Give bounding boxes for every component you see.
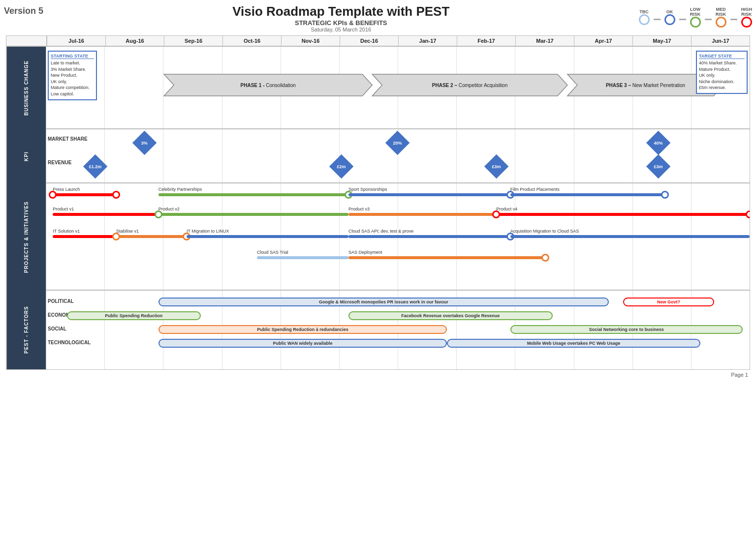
kpi-diamond-1-2: £3m [485,156,507,178]
page: Version 5 Visio Roadmap Template with PE… [0,0,756,538]
pest-bar-3-1: Mobile Web Usage overtakes PC Web Usage [447,339,700,348]
projects-label: PROJECTS & INITIATIVES [6,183,46,291]
month-header-9: Apr-17 [574,36,632,46]
pest-bar-text-3-0: Public WAN widely available [270,341,335,346]
pest-bar-2-0: Public Spending Reduction à redundancies [158,325,447,334]
grid-line-9 [574,129,574,182]
legend-connector-4 [730,19,737,20]
proj-end-circle-7 [746,210,750,218]
target-state-content: 40% Market Share.Mature Product.UK only.… [699,60,745,91]
proj-bar-6 [348,213,496,216]
grid-line-3 [222,129,222,182]
kpi-diamond-value-0-1: 20% [393,141,402,146]
proj-label-3: Film Product Placements [510,187,560,192]
pest-bar-1-0: Public Spending Reduction [67,311,201,320]
header: Version 5 Visio Roadmap Template with PE… [4,4,752,32]
main-content: Jul-16Aug-16Sep-16Oct-16Nov-16Dec-16Jan-… [6,35,750,370]
proj-label-10: IT Migration to LINUX [187,229,229,234]
pest-bar-0-0: Google & Microsoft monopolies PR issues … [158,298,609,306]
legend-low-risk: LOWRISK [690,7,701,28]
tbc-circle [639,14,650,25]
proj-start-circle-5 [155,210,162,218]
proj-start-circle-0 [49,191,57,199]
target-state-title: TARGET STATE [699,54,745,59]
main-title: Visio Roadmap Template with PEST [43,4,638,19]
month-header-6: Jan-17 [398,36,457,46]
proj-label-9: Stabilise v1 [116,229,139,234]
proj-start-circle-7 [492,210,500,218]
pest-bar-text-1-1: Facebook Revenue overtakes Google Revenu… [398,313,503,318]
kpi-row: KPI MARKET SHARE3%20%40%REVENUE£1.2m£2m£… [6,129,750,183]
kpi-diamond-1-0: £1.2m [84,156,106,178]
proj-label-6: Product v3 [348,207,370,211]
grid-line-0 [46,183,46,290]
grid-line-10 [632,129,633,182]
business-change-content: STARTING STATE Late to market.3% Market … [46,47,750,128]
month-header-10: May-17 [632,36,691,46]
pest-bar-text-1-0: Public Spending Reduction [102,313,165,318]
proj-bar-13 [257,256,348,259]
grid-line-11 [691,129,692,182]
page-footer: Page 1 [4,370,752,379]
month-header-4: Nov-16 [281,36,340,46]
kpi-row-label-0: MARKET SHARE [48,136,88,142]
proj-label-13: Cloud SAS Trial [257,250,288,255]
month-header-5: Dec-16 [340,36,398,46]
phase-label-0: PHASE 1 - Consolidation [241,83,296,88]
title-block: Visio Roadmap Template with PEST STRATEG… [43,4,638,32]
pest-row-label-0: POLITICAL [48,299,74,304]
proj-bar-0 [53,193,116,196]
month-header-0: Jul-16 [47,36,105,46]
proj-label-11: Cloud SAS API; dev, test & prove [348,229,413,234]
month-header-11: Jun-17 [691,36,750,46]
date: Saturday, 05 March 2016 [43,27,638,32]
proj-bar-1 [158,193,348,196]
business-change-row: BUSINESS CHANGE STARTING STATE Late to m… [6,47,750,129]
proj-bar-12 [510,235,750,238]
grid-line-4 [281,129,281,182]
grid-line-0 [46,47,46,128]
grid-line-0 [46,291,46,369]
proj-label-12: Acquisition Migration to Cloud SAS [510,229,579,234]
kpi-diamond-value-1-1: £2m [337,164,346,169]
legend-tbc: TBC [639,9,650,25]
month-header-7: Feb-17 [457,36,515,46]
timeline-months: Jul-16Aug-16Sep-16Oct-16Nov-16Dec-16Jan-… [47,36,750,46]
kpi-diamond-0-2: 40% [647,132,669,154]
kpi-diamond-value-0-2: 40% [654,141,662,146]
legend-high-risk: HIGHRISK [741,7,753,28]
kpi-row-label-1: REVENUE [48,160,71,165]
pest-bar-0-1: New Govt? [623,298,715,306]
proj-bar-10 [187,235,348,238]
legend-connector-1 [654,19,661,20]
proj-bar-14 [348,256,545,259]
starting-state-title: STARTING STATE [51,54,94,59]
month-header-1: Aug-16 [105,36,164,46]
legend-connector-3 [705,19,712,20]
proj-label-7: Product v4 [496,207,517,211]
proj-bar-8 [53,235,116,238]
month-header-3: Oct-16 [222,36,281,46]
legend-med-risk: MEDRISK [716,7,726,28]
projects-row: PROJECTS & INITIATIVES Press LaunchCeleb… [6,183,750,291]
pest-bar-1-1: Facebook Revenue overtakes Google Revenu… [348,311,553,320]
proj-end-circle-14 [541,254,549,262]
pest-bar-text-2-1: Social Networking core to business [586,327,667,332]
proj-label-14: SAS Deployment [348,250,382,255]
proj-label-0: Press Launch [53,187,80,192]
proj-label-8: IT Solution v1 [53,229,80,234]
legend-ok: OK [664,9,675,25]
starting-state-content: Late to market.3% Market Share.New Produ… [51,60,94,97]
version-label: Version 5 [4,4,43,16]
legend: TBC OK LOWRISK MEDRISK HIGHRISK [639,4,753,28]
grid-line-0 [46,129,46,182]
starting-state-box: STARTING STATE Late to market.3% Market … [48,51,97,100]
ok-circle [664,14,675,25]
pest-bar-text-2-0: Public Spending Reduction à redundancies [254,327,351,332]
phase-label-1: PHASE 2 – Competitor Acquisition [432,83,507,88]
high-risk-circle [741,17,752,28]
legend-connector-2 [679,19,686,20]
pest-row-label-3: TECHNOLOGICAL [48,340,91,345]
month-header-2: Sep-16 [164,36,222,46]
grid-line-8 [515,129,515,182]
